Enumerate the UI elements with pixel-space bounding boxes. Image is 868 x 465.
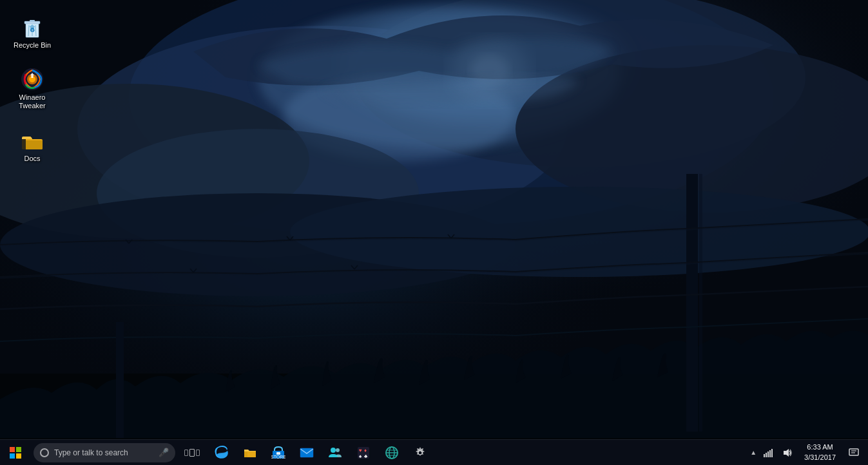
svg-rect-62 bbox=[766, 453, 767, 457]
docs-folder-label: Docs bbox=[24, 155, 40, 163]
people-taskbar-button[interactable] bbox=[321, 440, 349, 466]
desktop-icons-area: ♻ Recycle Bin bbox=[0, 6, 64, 172]
task-view-icon bbox=[184, 449, 200, 457]
svg-text:STORE: STORE bbox=[271, 455, 285, 459]
svg-rect-16 bbox=[699, 174, 702, 432]
docs-folder-icon-image bbox=[21, 129, 44, 152]
internet-explorer-icon bbox=[384, 445, 400, 460]
mail-icon bbox=[299, 445, 314, 460]
clock-display[interactable]: 6:33 AM 3/31/2017 bbox=[798, 440, 842, 466]
solitaire-icon: ♥ ♦ ♠ ♣ bbox=[356, 445, 371, 460]
task-view-button[interactable] bbox=[179, 440, 205, 466]
svg-rect-65 bbox=[771, 449, 773, 457]
microphone-icon: 🎤 bbox=[159, 448, 169, 457]
file-explorer-icon bbox=[242, 445, 258, 460]
network-tray-icon[interactable] bbox=[759, 440, 778, 466]
desktop: ♻ Recycle Bin bbox=[0, 0, 868, 439]
clock-date: 3/31/2017 bbox=[804, 453, 836, 462]
svg-rect-27 bbox=[116, 322, 124, 438]
winaero-tweaker-label: Winaero Tweaker bbox=[9, 93, 55, 110]
docs-folder-icon[interactable]: Docs bbox=[6, 126, 58, 166]
people-icon bbox=[327, 445, 343, 460]
svg-point-48 bbox=[336, 448, 340, 452]
volume-tray-icon[interactable] bbox=[778, 440, 798, 466]
system-tray: ▲ 6:33 AM 3/31/2017 bbox=[747, 440, 868, 466]
store-taskbar-button[interactable]: STORE bbox=[264, 440, 293, 466]
clock-time: 6:33 AM bbox=[807, 442, 833, 452]
desktop-wallpaper bbox=[0, 0, 868, 439]
action-center-button[interactable] bbox=[842, 440, 865, 466]
svg-point-47 bbox=[331, 448, 336, 453]
svg-rect-41 bbox=[244, 451, 247, 457]
show-hidden-icons-button[interactable]: ▲ bbox=[747, 440, 759, 466]
search-icon bbox=[40, 448, 49, 457]
svg-point-60 bbox=[419, 451, 422, 454]
recycle-bin-label: Recycle Bin bbox=[14, 41, 51, 50]
edge-taskbar-button[interactable] bbox=[207, 440, 236, 466]
windows-logo-icon bbox=[10, 447, 21, 459]
svg-rect-64 bbox=[769, 450, 771, 457]
svg-text:♦: ♦ bbox=[364, 448, 367, 453]
svg-rect-45 bbox=[300, 448, 313, 457]
svg-rect-32 bbox=[30, 20, 35, 22]
winaero-tweaker-icon-image bbox=[21, 68, 44, 91]
mail-taskbar-button[interactable] bbox=[293, 440, 321, 466]
winaero-tweaker-icon[interactable]: Winaero Tweaker bbox=[6, 65, 58, 113]
search-placeholder-text: Type or talk to search bbox=[54, 448, 128, 457]
edge-icon bbox=[214, 445, 229, 460]
svg-rect-66 bbox=[849, 449, 858, 455]
svg-rect-63 bbox=[767, 451, 769, 457]
recycle-bin-icon[interactable]: ♻ Recycle Bin bbox=[6, 13, 58, 52]
svg-point-29 bbox=[470, 55, 509, 87]
store-icon: STORE bbox=[271, 445, 286, 460]
ie-taskbar-button[interactable] bbox=[378, 440, 406, 466]
svg-point-13 bbox=[290, 187, 868, 277]
file-explorer-taskbar-button[interactable] bbox=[236, 440, 264, 466]
settings-taskbar-button[interactable] bbox=[406, 440, 434, 466]
recycle-bin-icon-image: ♻ bbox=[21, 15, 44, 39]
taskbar: Type or talk to search 🎤 bbox=[0, 439, 868, 465]
settings-icon bbox=[412, 445, 428, 460]
svg-text:♥: ♥ bbox=[359, 448, 362, 453]
solitaire-taskbar-button[interactable]: ♥ ♦ ♠ ♣ bbox=[349, 440, 378, 466]
svg-rect-61 bbox=[764, 454, 765, 457]
search-bar[interactable]: Type or talk to search 🎤 bbox=[34, 443, 175, 462]
svg-text:♻: ♻ bbox=[30, 27, 35, 33]
svg-text:♣: ♣ bbox=[364, 453, 368, 459]
svg-rect-40 bbox=[22, 139, 26, 149]
start-button[interactable] bbox=[0, 440, 31, 466]
svg-rect-15 bbox=[686, 174, 698, 432]
pinned-apps-area: STORE bbox=[207, 440, 434, 466]
